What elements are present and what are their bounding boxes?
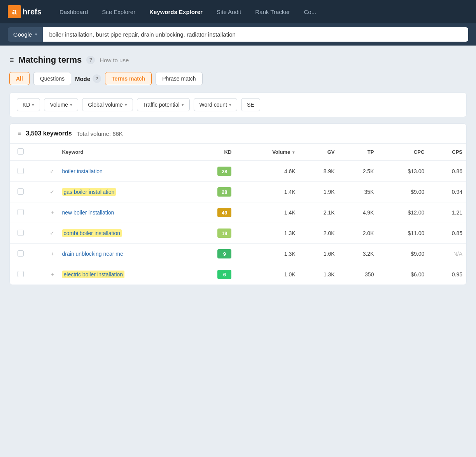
- nav-site-explorer[interactable]: Site Explorer: [96, 5, 141, 18]
- kd-filter[interactable]: KD ▾: [17, 98, 40, 111]
- questions-filter-button[interactable]: Questions: [33, 72, 71, 85]
- tp-cell: 4.9K: [339, 202, 378, 223]
- keyword-link[interactable]: new boiler installation: [62, 209, 114, 216]
- keyword-link[interactable]: combi boiler installation: [62, 229, 122, 237]
- row-status-icon: ✓: [50, 230, 54, 236]
- row-checkbox[interactable]: [18, 188, 24, 195]
- tp-cell: 3.2K: [339, 244, 378, 264]
- search-engine-selector[interactable]: Google ▾: [8, 27, 43, 42]
- keyword-link[interactable]: boiler installation: [62, 168, 103, 174]
- cps-col-header: CPS: [428, 144, 466, 161]
- row-status-icon: +: [51, 271, 54, 278]
- row-checkbox[interactable]: [18, 250, 24, 257]
- kd-cell: 28: [191, 182, 236, 202]
- row-checkbox[interactable]: [18, 209, 24, 215]
- cpc-cell: $6.00: [378, 264, 428, 285]
- keyword-cell: new boiler installation: [58, 202, 191, 223]
- keyword-link[interactable]: gas boiler installation: [62, 188, 116, 196]
- gv-cell: 2.0K: [299, 223, 339, 244]
- keyword-link[interactable]: drain unblocking near me: [62, 251, 123, 257]
- how-to-use-link[interactable]: How to use: [100, 57, 129, 63]
- kd-badge: 9: [217, 249, 231, 258]
- all-filter-button[interactable]: All: [9, 72, 30, 85]
- row-icon-cell: ✓: [28, 161, 58, 182]
- cps-value: 0.94: [452, 189, 462, 195]
- keyword-highlight: combi boiler installation: [62, 229, 122, 237]
- volume-filter[interactable]: Volume ▾: [44, 98, 78, 111]
- kd-cell: 49: [191, 202, 236, 223]
- search-engine-label: Google: [13, 31, 32, 38]
- logo[interactable]: a hrefs: [8, 5, 42, 18]
- row-checkbox[interactable]: [18, 168, 24, 174]
- cps-value: 0.86: [452, 168, 462, 174]
- kd-badge: 49: [217, 208, 231, 217]
- row-checkbox-cell: [10, 244, 28, 264]
- row-icon-cell: ✓: [28, 223, 58, 244]
- table-row: + electric boiler installation 6 1.0K 1.…: [10, 264, 466, 285]
- cpc-cell: $9.00: [378, 244, 428, 264]
- row-icon-cell: +: [28, 264, 58, 285]
- word-count-filter[interactable]: Word count ▾: [194, 98, 237, 111]
- keywords-table-section: ≡ 3,503 keywords Total volume: 66K Keywo…: [9, 123, 467, 285]
- help-icon[interactable]: ?: [86, 56, 95, 64]
- gv-cell: 1.9K: [299, 182, 339, 202]
- kd-badge: 6: [217, 270, 231, 279]
- cps-cell: 0.95: [428, 264, 466, 285]
- table-menu-icon[interactable]: ≡: [18, 130, 21, 137]
- main-content: ≡ Matching terms ? How to use All Questi…: [0, 46, 476, 285]
- cps-cell: 0.86: [428, 161, 466, 182]
- kd-chevron-icon: ▾: [32, 102, 34, 107]
- nav-more[interactable]: Co...: [298, 5, 322, 18]
- mode-help-icon[interactable]: ?: [93, 74, 101, 83]
- keyword-link[interactable]: electric boiler installation: [62, 271, 125, 278]
- volume-col-header[interactable]: Volume ▼: [235, 144, 299, 161]
- word-count-chevron-icon: ▾: [229, 102, 231, 107]
- tp-col-header: TP: [339, 144, 378, 161]
- row-status-icon: +: [51, 251, 54, 257]
- keyword-highlight: gas boiler installation: [62, 188, 116, 196]
- se-filter[interactable]: SE: [241, 98, 260, 111]
- cpc-cell: $13.00: [378, 161, 428, 182]
- nav-site-audit[interactable]: Site Audit: [211, 5, 247, 18]
- volume-cell: 1.3K: [235, 223, 299, 244]
- cps-value: 0.85: [452, 230, 462, 236]
- icon-col-header: [28, 144, 58, 161]
- row-checkbox-cell: [10, 264, 28, 285]
- kd-cell: 28: [191, 161, 236, 182]
- tp-cell: 2.5K: [339, 161, 378, 182]
- row-status-icon: ✓: [50, 189, 54, 195]
- cps-value: 0.95: [452, 271, 462, 278]
- traffic-potential-filter[interactable]: Traffic potential ▾: [137, 98, 190, 111]
- row-icon-cell: +: [28, 244, 58, 264]
- cps-cell: 1.21: [428, 202, 466, 223]
- nav-dashboard[interactable]: Dashboard: [54, 5, 93, 18]
- cps-cell: N/A: [428, 244, 466, 264]
- logo-icon: a: [8, 5, 21, 18]
- total-volume: Total volume: 66K: [77, 130, 123, 137]
- terms-match-button[interactable]: Terms match: [105, 72, 152, 85]
- kd-cell: 19: [191, 223, 236, 244]
- row-icon-cell: +: [28, 202, 58, 223]
- top-navigation: a hrefs Dashboard Site Explorer Keywords…: [0, 0, 476, 23]
- table-row: ✓ gas boiler installation 28 1.4K 1.9K 3…: [10, 182, 466, 202]
- nav-rank-tracker[interactable]: Rank Tracker: [250, 5, 295, 18]
- cps-cell: 0.85: [428, 223, 466, 244]
- mode-label: Mode ?: [75, 74, 101, 83]
- row-checkbox[interactable]: [18, 230, 24, 236]
- keyword-cell: electric boiler installation: [58, 264, 191, 285]
- row-checkbox[interactable]: [18, 271, 24, 277]
- gv-cell: 1.6K: [299, 244, 339, 264]
- sidebar-toggle-icon[interactable]: ≡: [9, 56, 14, 65]
- volume-cell: 4.6K: [235, 161, 299, 182]
- tp-cell: 2.0K: [339, 223, 378, 244]
- select-all-checkbox[interactable]: [18, 148, 24, 155]
- checkbox-col-header: [10, 144, 28, 161]
- phrase-match-button[interactable]: Phrase match: [156, 72, 202, 85]
- keyword-col-header: Keyword: [58, 144, 191, 161]
- search-input[interactable]: [43, 27, 468, 42]
- nav-keywords-explorer[interactable]: Keywords Explorer: [144, 5, 208, 18]
- global-volume-filter[interactable]: Global volume ▾: [82, 98, 133, 111]
- row-status-icon: ✓: [50, 168, 54, 174]
- row-checkbox-cell: [10, 223, 28, 244]
- kd-filter-row: KD ▾ Volume ▾ Global volume ▾ Traffic po…: [9, 92, 467, 117]
